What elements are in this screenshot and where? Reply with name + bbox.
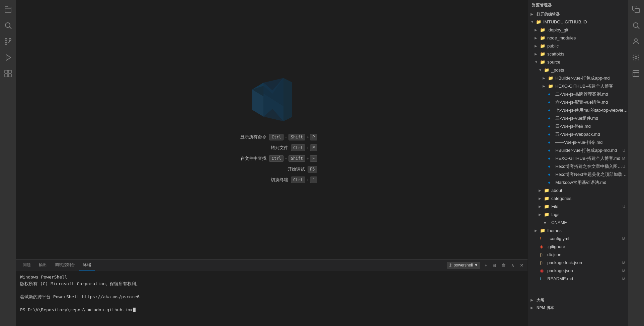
tree-item-db-json[interactable]: {} db.json	[528, 251, 628, 259]
svg-line-12	[638, 27, 640, 29]
svg-rect-9	[8, 74, 11, 77]
outline-arrow: ▶	[531, 298, 536, 302]
scaffolds-label: scaffolds	[547, 50, 628, 58]
tree-item-cname[interactable]: ≡ CNAME	[528, 219, 628, 227]
tree-item-gitignore[interactable]: ◈ .gitignore	[528, 243, 628, 251]
tab-terminal[interactable]: 终端	[79, 260, 95, 270]
shortcuts-grid: 显示所有命令 Ctrl + Shift + P 转到文件 Ctrl + P	[226, 134, 317, 183]
tree-item-about[interactable]: ▶ 📁 about	[528, 187, 628, 195]
vue-component-dot: ●	[548, 115, 554, 122]
tab-problems[interactable]: 问题	[19, 260, 35, 270]
tree-item-themes[interactable]: ▶ 📁 themes	[528, 227, 628, 235]
kbd-ctrl3: Ctrl	[269, 155, 284, 162]
tree-item-hbuilder2[interactable]: ● HBuilder-vue-打包成app-md.md U	[528, 146, 628, 154]
db-json-label: db.json	[547, 251, 628, 258]
terminal-line-4: 尝试新的跨平台 PowerShell https://aka.ms/pscore…	[20, 294, 524, 300]
shortcut-debug: 开始调试 F5	[265, 166, 317, 173]
posts-label: _posts	[551, 67, 628, 74]
scaffolds-icon: 📁	[540, 50, 546, 58]
close-panel-button[interactable]: ✕	[518, 262, 525, 268]
package-lock-badge: M	[622, 259, 625, 266]
tree-item-scaffolds[interactable]: ▶ 📁 scaffolds	[528, 50, 628, 58]
tree-item-hexo-next[interactable]: ● Hexo博客Next主题美化之顶部加载进度条.md	[528, 171, 628, 179]
kbd-group-terminal: Ctrl + `	[291, 177, 317, 183]
account-icon[interactable]	[628, 33, 644, 49]
public-icon: 📁	[540, 42, 546, 50]
tree-item-markdown[interactable]: ● Markdow常用基础语法.md	[528, 179, 628, 187]
tree-item-vue-directive[interactable]: ● ——Vue-js-Vue-指令.md	[528, 138, 628, 146]
tree-item-hbuilder1[interactable]: ▶ 📁 HBuilder-vue-打包成app-md	[528, 74, 628, 82]
add-terminal-button[interactable]: +	[483, 262, 488, 268]
tree-item-source[interactable]: ▼ 📁 source	[528, 58, 628, 66]
tree-item-vue-config[interactable]: ● 六-Vue-js-配置-vue组件.md	[528, 98, 628, 106]
search-icon[interactable]	[0, 17, 16, 33]
gear-icon[interactable]	[628, 49, 644, 66]
source-icon: 📁	[540, 59, 546, 66]
tags-label: tags	[551, 211, 628, 218]
debug-icon[interactable]	[0, 49, 16, 66]
tree-item-vue-webpack[interactable]: ● 五-Vue-js-Webpack.md	[528, 130, 628, 138]
extensions-icon[interactable]	[0, 66, 16, 82]
split-terminal-button[interactable]: ⊟	[491, 262, 497, 268]
svg-rect-10	[635, 8, 639, 13]
kill-terminal-button[interactable]: 🗑	[500, 262, 507, 268]
tree-item-package-lock[interactable]: {} package-lock.json M	[528, 259, 628, 267]
open-editors-section[interactable]: ▶ 打开的编辑器	[528, 10, 628, 18]
open-editors-arrow: ▶	[531, 12, 536, 16]
categories-arrow: ▶	[539, 195, 544, 202]
tree-item-posts[interactable]: ▼ 📁 _posts	[528, 66, 628, 74]
npm-scripts-label: NPM 脚本	[537, 305, 554, 310]
tree-item-file-folder[interactable]: ▶ 📁 File U	[528, 203, 628, 211]
vue-component-label: 三-Vue-js-Vue组件.md	[555, 115, 628, 122]
source-control-icon[interactable]	[0, 33, 16, 49]
svg-point-11	[633, 23, 638, 27]
tree-item-config[interactable]: ! _config.yml M	[528, 235, 628, 243]
kbd-p2: P	[310, 144, 317, 151]
tree-item-vue-component[interactable]: ● 三-Vue-js-Vue组件.md	[528, 114, 628, 122]
tree-item-tags[interactable]: ▶ 📁 tags	[528, 211, 628, 219]
terminal-line-5	[20, 300, 524, 307]
sidebar-header: 资源管理器	[528, 0, 628, 10]
readme-label: README.md	[547, 275, 622, 283]
search-icon-right[interactable]	[628, 17, 644, 33]
layout-icon[interactable]	[628, 66, 644, 82]
svg-point-0	[5, 23, 10, 27]
tree-item-public[interactable]: ▶ 📁 public	[528, 42, 628, 50]
tree-item-vue-tab[interactable]: ● 七-Vue-js-使用mui的tab-top-webview-main完成分…	[528, 106, 628, 114]
kbd-group-file: Ctrl + P	[291, 144, 317, 151]
tree-item-hexo-github2[interactable]: ● HEXO-GITHUB-搭建个人博客.md M	[528, 154, 628, 162]
vue-directive-label: ——Vue-js-Vue-指令.md	[555, 139, 628, 146]
outline-section[interactable]: ▶ 大纲	[528, 296, 628, 304]
shell-selector[interactable]: 1: powershell ▼	[447, 262, 481, 268]
files-icon[interactable]	[0, 1, 16, 17]
vue-router-label: 四-Vue-js-路由.md	[555, 123, 628, 130]
config-icon: !	[540, 235, 546, 242]
npm-scripts-section[interactable]: ▶ NPM 脚本	[528, 304, 628, 312]
tree-item-categories[interactable]: ▶ 📁 categories	[528, 195, 628, 203]
vue-tab-label: 七-Vue-js-使用mui的tab-top-webview-main完成分类滑…	[555, 107, 628, 114]
tab-debug-console[interactable]: 调试控制台	[51, 260, 79, 270]
tree-item-deploy-git[interactable]: ▶ 📁 .deploy_git	[528, 26, 628, 34]
kbd-group-commands: Ctrl + Shift + P	[269, 134, 317, 140]
maximize-panel-button[interactable]: ∧	[510, 262, 516, 268]
hexo-insert-label: Hexo博客搭建之在文章中插入图片.md	[555, 163, 623, 170]
hexo-github2-badge: M	[622, 155, 625, 162]
svg-point-2	[5, 42, 7, 44]
copy-icon[interactable]	[628, 1, 644, 17]
tree-item-vue-brand[interactable]: ● 二-Vue-js-品牌管理案例.md	[528, 90, 628, 98]
about-arrow: ▶	[539, 187, 544, 194]
terminal-cursor	[133, 308, 136, 312]
tree-item-vue-router[interactable]: ● 四-Vue-js-路由.md	[528, 122, 628, 130]
tree-item-hexo-github1[interactable]: ▶ 📁 HEXO-GITHUB-搭建个人博客	[528, 82, 628, 90]
root-folder[interactable]: ▼ 📁 IMTUDOU.GITHUB.IO	[528, 18, 628, 26]
svg-point-14	[635, 57, 637, 59]
tree-item-readme[interactable]: ℹ README.md M	[528, 275, 628, 283]
vue-webpack-label: 五-Vue-js-Webpack.md	[555, 131, 628, 138]
tree-item-hexo-insert[interactable]: ● Hexo博客搭建之在文章中插入图片.md U	[528, 162, 628, 171]
tab-output[interactable]: 输出	[35, 260, 51, 270]
tree-item-package-json[interactable]: ◉ package.json M	[528, 267, 628, 275]
terminal-content[interactable]: Windows PowerShell 版权所有 (C) Microsoft Co…	[16, 271, 528, 326]
tree-item-node-modules[interactable]: ▶ 📁 node_modules	[528, 34, 628, 42]
svg-point-3	[5, 38, 7, 40]
terminal-controls: 1: powershell ▼ + ⊟ 🗑 ∧ ✕	[447, 262, 525, 268]
